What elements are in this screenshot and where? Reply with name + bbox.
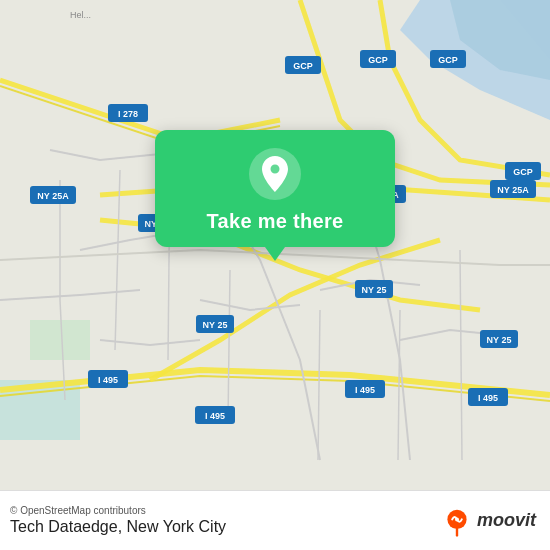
svg-text:Hel...: Hel...	[70, 10, 91, 20]
bottom-left-info: © OpenStreetMap contributors Tech Dataed…	[10, 505, 226, 536]
svg-text:I 495: I 495	[205, 411, 225, 421]
svg-rect-4	[30, 320, 90, 360]
popup-card: Take me there	[155, 130, 395, 247]
moovit-brand-label: moovit	[477, 510, 536, 531]
svg-text:NY 25A: NY 25A	[497, 185, 529, 195]
svg-text:NY 25: NY 25	[487, 335, 512, 345]
svg-text:GCP: GCP	[438, 55, 458, 65]
svg-text:NY 25: NY 25	[362, 285, 387, 295]
moovit-logo: moovit	[441, 505, 536, 537]
svg-text:NY 25A: NY 25A	[37, 191, 69, 201]
svg-text:NY 25: NY 25	[203, 320, 228, 330]
osm-attribution: © OpenStreetMap contributors	[10, 505, 226, 516]
svg-text:I 495: I 495	[478, 393, 498, 403]
svg-text:GCP: GCP	[368, 55, 388, 65]
svg-text:I 278: I 278	[118, 109, 138, 119]
map-view: I 278 NY 25A NY 25 NY 25A NY 25A GCP GCP…	[0, 0, 550, 490]
svg-text:GCP: GCP	[293, 61, 313, 71]
svg-point-40	[455, 517, 459, 521]
location-name: Tech Dataedge, New York City	[10, 518, 226, 536]
svg-text:I 495: I 495	[355, 385, 375, 395]
moovit-icon	[441, 505, 473, 537]
location-pin-wrapper	[249, 148, 301, 200]
take-me-there-button[interactable]: Take me there	[207, 210, 344, 233]
location-pin-icon	[260, 156, 290, 192]
bottom-bar: © OpenStreetMap contributors Tech Dataed…	[0, 490, 550, 550]
svg-text:GCP: GCP	[513, 167, 533, 177]
svg-text:I 495: I 495	[98, 375, 118, 385]
